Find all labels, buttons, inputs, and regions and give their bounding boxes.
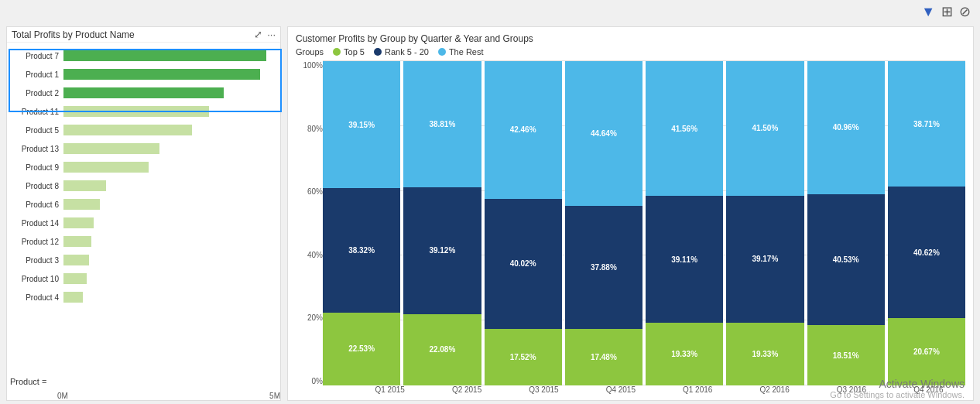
bar-row[interactable]: Product 1 xyxy=(13,66,277,83)
legend-label: Groups xyxy=(296,47,324,56)
main-content: Total Profits by Product Name ⤢ ··· Prod… xyxy=(0,23,980,404)
layers-icon[interactable]: ⊞ xyxy=(941,3,953,20)
more-icon[interactable]: ··· xyxy=(267,29,276,40)
bar-row[interactable]: Product 13 xyxy=(13,140,277,157)
y-label: 100% xyxy=(296,61,323,70)
y-label: 60% xyxy=(296,187,323,196)
stacked-bar[interactable]: 41.50%39.17%19.33% xyxy=(726,61,804,385)
stacked-bar[interactable]: 42.46%40.02%17.52% xyxy=(485,61,562,385)
bar-row[interactable]: Product 8 xyxy=(13,177,277,194)
bar-fill xyxy=(63,143,159,154)
bar-row[interactable]: Product 11 xyxy=(13,103,277,120)
legend: Groups Top 5 Rank 5 - 20 The Rest xyxy=(296,47,965,56)
bar-row[interactable]: Product 6 xyxy=(13,196,277,213)
bar-label: Product 1 xyxy=(13,70,63,79)
bar-segment-green: 22.08% xyxy=(403,314,481,386)
bar-outer xyxy=(63,217,277,228)
bar-chart-area: Product 7Product 1Product 2Product 11Pro… xyxy=(7,43,280,390)
top-bar: ▼ ⊞ ⊘ xyxy=(0,0,980,23)
bar-row[interactable]: Product 5 xyxy=(13,122,277,139)
bar-row[interactable]: Product 4 xyxy=(13,289,277,306)
axis-label-5m: 5M xyxy=(269,392,280,400)
bar-segment-dark-blue: 37.88% xyxy=(565,206,642,329)
stacked-bar-col: 41.56%39.11%19.33% xyxy=(646,61,723,385)
bar-outer xyxy=(63,162,277,173)
stacked-bar[interactable]: 40.96%40.53%18.51% xyxy=(807,61,885,385)
bar-row[interactable]: Product 7 xyxy=(13,47,277,64)
legend-dot-rest xyxy=(438,48,446,56)
filter-icon[interactable]: ▼ xyxy=(921,4,935,20)
bar-segment-light-blue: 41.50% xyxy=(726,61,804,196)
bar-segment-green: 20.67% xyxy=(888,318,965,385)
bar-label: Product 10 xyxy=(13,275,63,283)
bar-label: Product 12 xyxy=(13,238,63,246)
block-icon[interactable]: ⊘ xyxy=(959,3,971,20)
bar-outer xyxy=(63,87,277,98)
bar-fill xyxy=(63,125,192,135)
maximize-icon[interactable]: ⤢ xyxy=(254,29,262,40)
y-label: 0% xyxy=(296,377,323,385)
bar-segment-light-blue: 38.81% xyxy=(403,61,481,187)
x-label-item: Q1 2015 xyxy=(353,385,427,394)
y-label: 80% xyxy=(296,125,323,133)
stacked-bar[interactable]: 38.81%39.12%22.08% xyxy=(403,61,481,385)
stacked-bar-col: 42.46%40.02%17.52% xyxy=(485,61,562,385)
legend-label-rank: Rank 5 - 20 xyxy=(385,47,429,56)
right-panel: Customer Profits by Group by Quarter & Y… xyxy=(287,26,974,401)
bar-label: Product 11 xyxy=(13,108,63,116)
bar-segment-dark-blue: 39.11% xyxy=(646,196,723,323)
bar-segment-green: 19.33% xyxy=(726,323,804,385)
bar-segment-dark-blue: 39.12% xyxy=(403,187,481,314)
bar-segment-light-blue: 42.46% xyxy=(485,61,562,199)
stacked-bar-col: 41.50%39.17%19.33% xyxy=(726,61,804,385)
bar-label: Product 3 xyxy=(13,256,63,265)
bar-fill xyxy=(63,255,89,265)
bar-outer xyxy=(63,180,277,191)
bar-fill xyxy=(63,217,94,228)
bar-row[interactable]: Product 14 xyxy=(13,214,277,231)
bar-fill xyxy=(63,273,87,284)
bar-outer xyxy=(63,199,277,210)
stacked-chart-wrapper: 0%20%40%60%80%100%39.15%38.32%22.53%38.8… xyxy=(296,61,965,394)
left-panel-title: Total Profits by Product Name xyxy=(12,29,135,40)
legend-label-top5: Top 5 xyxy=(344,47,365,56)
legend-dot-top5 xyxy=(333,48,341,56)
bar-label: Product 14 xyxy=(13,219,63,228)
legend-dot-rank xyxy=(374,48,382,56)
bar-segment-dark-blue: 40.53% xyxy=(807,194,885,326)
stacked-bar[interactable]: 39.15%38.32%22.53% xyxy=(323,61,400,385)
bar-outer xyxy=(63,125,277,135)
stacked-bar[interactable]: 38.71%40.62%20.67% xyxy=(888,61,965,385)
stacked-bar-col: 38.81%39.12%22.08% xyxy=(403,61,481,385)
bar-outer xyxy=(63,69,277,80)
bar-row[interactable]: Product 2 xyxy=(13,84,277,101)
bar-outer xyxy=(63,255,277,265)
left-panel-header: Total Profits by Product Name ⤢ ··· xyxy=(7,27,280,43)
bar-fill xyxy=(63,292,83,303)
stacked-bar-col: 40.96%40.53%18.51% xyxy=(807,61,885,385)
y-axis: 0%20%40%60%80%100% xyxy=(296,61,323,385)
x-label-item: Q2 2015 xyxy=(430,385,503,394)
axis-labels: 0M 5M xyxy=(57,392,280,400)
stacked-bar[interactable]: 41.56%39.11%19.33% xyxy=(646,61,723,385)
stacked-bar[interactable]: 44.64%37.88%17.48% xyxy=(565,61,642,385)
bar-label: Product 4 xyxy=(13,293,63,302)
bar-segment-light-blue: 38.71% xyxy=(888,61,965,187)
bar-segment-light-blue: 44.64% xyxy=(565,61,642,206)
stacked-bar-col: 38.71%40.62%20.67% xyxy=(888,61,965,385)
bar-outer xyxy=(63,106,277,117)
watermark-title: Activate Windows xyxy=(830,378,965,390)
x-label-item: Q1 2016 xyxy=(661,385,735,394)
bar-row[interactable]: Product 12 xyxy=(13,233,277,250)
bar-row[interactable]: Product 10 xyxy=(13,270,277,287)
bar-fill xyxy=(63,50,266,61)
stacked-chart-body: 0%20%40%60%80%100%39.15%38.32%22.53%38.8… xyxy=(296,61,965,385)
bar-segment-dark-blue: 40.02% xyxy=(485,199,562,329)
bar-segment-green: 19.33% xyxy=(646,323,723,385)
bar-row[interactable]: Product 9 xyxy=(13,159,277,176)
bar-fill xyxy=(63,106,209,117)
bar-row[interactable]: Product 3 xyxy=(13,252,277,269)
axis-row: 0M 5M xyxy=(7,390,280,400)
legend-item-rest: The Rest xyxy=(438,47,484,56)
bar-segment-green: 18.51% xyxy=(807,325,885,385)
